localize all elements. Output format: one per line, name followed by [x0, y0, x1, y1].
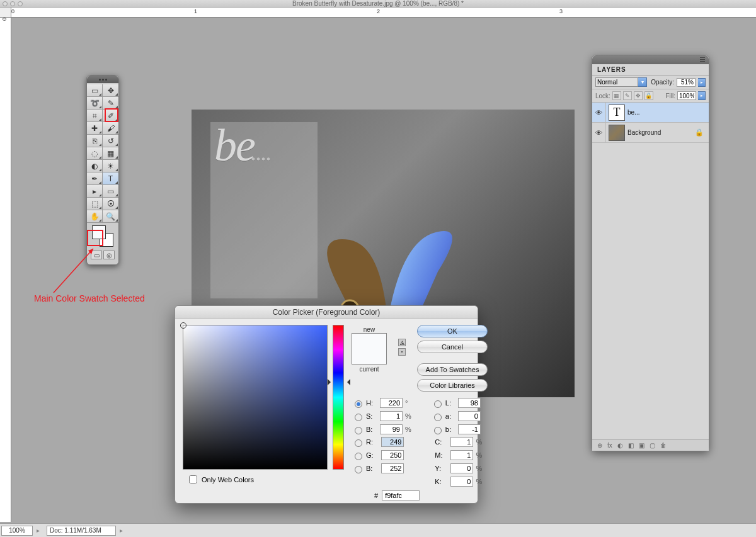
layer-name[interactable]: Background	[627, 129, 661, 136]
blend-mode-select[interactable]: ▾	[595, 77, 647, 87]
zoom-level[interactable]: 100%	[1, 526, 33, 536]
hue-input[interactable]	[380, 398, 403, 408]
add-to-swatches-button[interactable]: Add To Swatches	[417, 363, 488, 376]
fill-input[interactable]	[677, 91, 696, 100]
foreground-swatch[interactable]	[92, 225, 106, 239]
hue-thumb[interactable]	[331, 379, 347, 384]
type-tool[interactable]: T	[103, 172, 118, 185]
lock-icon[interactable]: 🔒	[695, 128, 704, 137]
ruler-vertical[interactable]: 0	[0, 18, 11, 522]
shape-tool[interactable]: ▭	[103, 185, 118, 198]
3d-tool[interactable]: ⬚	[87, 198, 103, 210]
cancel-button[interactable]: Cancel	[417, 341, 488, 353]
hue-slider[interactable]	[333, 325, 344, 470]
b2-input[interactable]	[381, 463, 404, 473]
websafe-warning-icon[interactable]: ▫	[398, 348, 406, 356]
y-input[interactable]	[450, 463, 473, 473]
zoom-tool[interactable]: 🔍	[103, 210, 118, 223]
mask-icon[interactable]: ◐	[617, 442, 623, 449]
bright-input[interactable]	[380, 424, 403, 434]
sat-input[interactable]	[380, 411, 403, 421]
quick-select-tool[interactable]: ✎	[103, 97, 118, 110]
layer-thumbnail[interactable]	[609, 125, 625, 141]
standard-mode-icon[interactable]: ▭	[91, 251, 102, 259]
lock-brush-icon[interactable]: ✎	[623, 91, 632, 100]
ok-button[interactable]: OK	[417, 325, 488, 337]
text-layer-content[interactable]: be	[214, 120, 271, 172]
k-input[interactable]	[450, 477, 473, 487]
r-input[interactable]	[381, 437, 404, 447]
sat-radio[interactable]: S:	[352, 412, 377, 421]
blur-tool[interactable]: ◐	[87, 160, 103, 172]
l-radio[interactable]: L:	[431, 399, 455, 408]
lock-move-icon[interactable]: ✥	[634, 91, 643, 100]
tools-panel[interactable]: ▭✥➰✎⌗✐✚🖌⎘↺◌▦◐☀✒T▸▭⬚⦿✋🔍 ▭ ◎	[86, 75, 119, 265]
history-brush-tool[interactable]: ↺	[103, 135, 118, 147]
layers-panel[interactable]: LAYERS ▾ Opacity: ▸ Lock: ▦ ✎ ✥ 🔒 Fill: …	[592, 55, 709, 451]
new-layer-icon[interactable]: ▢	[650, 442, 655, 449]
visibility-icon[interactable]: 👁	[592, 103, 606, 123]
gradient-tool[interactable]: ▦	[103, 147, 118, 160]
lock-all-icon[interactable]: 🔒	[644, 91, 653, 100]
panel-grip[interactable]	[592, 55, 709, 64]
r-radio[interactable]: R:	[352, 438, 379, 447]
opacity-input[interactable]	[677, 78, 696, 87]
move-tool[interactable]: ✥	[103, 84, 118, 97]
b-input[interactable]	[458, 424, 481, 434]
only-web-colors-checkbox[interactable]: Only Web Colors	[183, 473, 344, 485]
ruler-horizontal[interactable]: 0 1 2 3	[11, 8, 756, 18]
crop-tool[interactable]: ⌗	[87, 110, 103, 122]
a-input[interactable]	[458, 411, 481, 421]
layer-row[interactable]: 👁Tbe...	[592, 103, 709, 123]
stamp-tool[interactable]: ⎘	[87, 135, 103, 147]
window-controls[interactable]	[3, 1, 23, 6]
saturation-field[interactable]	[183, 325, 328, 470]
ruler-origin[interactable]	[0, 8, 11, 18]
document-size[interactable]: Doc: 1.11M/1.63M	[47, 526, 116, 536]
dodge-tool[interactable]: ☀	[103, 160, 118, 172]
panel-grip[interactable]	[87, 76, 118, 83]
color-cursor[interactable]	[180, 322, 186, 329]
color-swatches[interactable]	[92, 225, 113, 247]
g-radio[interactable]: G:	[352, 451, 379, 460]
close-icon[interactable]	[3, 1, 8, 6]
hue-radio[interactable]: H:	[352, 399, 377, 408]
blend-mode-value[interactable]	[595, 77, 638, 87]
layer-name[interactable]: be...	[627, 109, 639, 116]
color-libraries-button[interactable]: Color Libraries	[417, 379, 488, 392]
group-icon[interactable]: ▣	[639, 442, 644, 449]
path-select-tool[interactable]: ▸	[87, 185, 103, 198]
marquee-tool[interactable]: ▭	[87, 84, 103, 97]
m-input[interactable]	[450, 450, 473, 460]
lock-transparent-icon[interactable]: ▦	[612, 91, 621, 100]
adjustment-icon[interactable]: ◧	[628, 442, 634, 449]
pen-tool[interactable]: ✒	[87, 172, 103, 185]
layer-thumbnail[interactable]: T	[609, 105, 625, 121]
lasso-tool[interactable]: ➰	[87, 97, 103, 110]
color-preview[interactable]	[352, 333, 387, 365]
minimize-icon[interactable]	[10, 1, 15, 6]
color-picker-dialog[interactable]: Color Picker (Foreground Color) Only Web…	[175, 305, 478, 504]
visibility-icon[interactable]: 👁	[592, 123, 606, 143]
layer-list[interactable]: 👁Tbe...👁Background🔒	[592, 103, 709, 439]
b-radio[interactable]: b:	[431, 425, 455, 434]
layers-tab[interactable]: LAYERS	[592, 64, 709, 76]
hand-tool[interactable]: ✋	[87, 210, 103, 223]
layer-row[interactable]: 👁Background🔒	[592, 123, 709, 143]
link-layers-icon[interactable]: ⊕	[597, 442, 602, 449]
hex-input[interactable]	[382, 490, 420, 500]
3d-camera-tool[interactable]: ⦿	[103, 198, 118, 210]
bright-radio[interactable]: B:	[352, 425, 377, 434]
quickmask-mode-icon[interactable]: ◎	[103, 251, 115, 259]
zoom-icon[interactable]	[18, 1, 23, 6]
eyedropper-tool[interactable]: ✐	[103, 110, 118, 122]
trash-icon[interactable]: 🗑	[660, 442, 667, 449]
b2-radio[interactable]: B:	[352, 464, 379, 473]
healing-tool[interactable]: ✚	[87, 122, 103, 135]
brush-tool[interactable]: 🖌	[103, 122, 118, 135]
a-radio[interactable]: a:	[431, 412, 455, 421]
fx-icon[interactable]: fx	[607, 442, 612, 449]
g-input[interactable]	[381, 450, 404, 460]
c-input[interactable]	[450, 437, 473, 447]
l-input[interactable]	[458, 398, 481, 408]
